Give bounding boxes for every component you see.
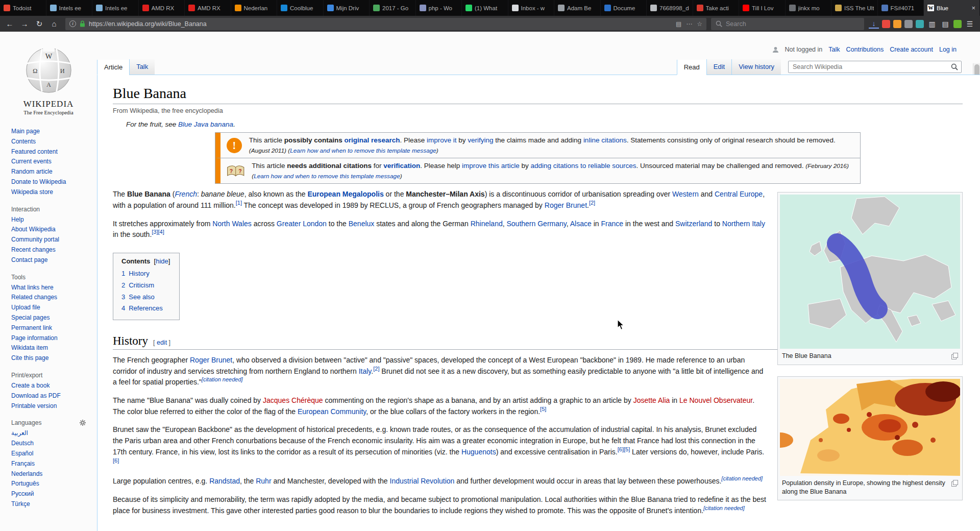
addon-icon[interactable] [916, 20, 924, 28]
wiki-link[interactable]: North Wales [212, 220, 252, 228]
menu-icon[interactable]: ☰ [965, 20, 975, 28]
wiki-link[interactable]: Western [672, 190, 699, 198]
wiki-link[interactable]: Blue Java banana [178, 120, 233, 128]
wiki-link[interactable]: Ruhr [256, 477, 271, 485]
wiki-link[interactable]: original research [345, 136, 400, 144]
sidebar-link[interactable]: Random article [11, 168, 53, 175]
browser-tab[interactable]: Coolblue [277, 0, 324, 16]
browser-tab[interactable]: Inbox - w [508, 0, 555, 16]
browser-tab-active[interactable]: W Blue × [924, 0, 980, 16]
wiki-link[interactable]: inline citations [583, 136, 627, 144]
wiki-link[interactable]: Switzerland [675, 220, 712, 228]
personal-link-log-in[interactable]: Log in [939, 46, 957, 53]
sidebar-link[interactable]: Current events [11, 158, 52, 165]
sidebar-link[interactable]: Cite this page [11, 354, 48, 361]
sidebar-link[interactable]: Contact page [11, 256, 47, 263]
tab-talk[interactable]: Talk [129, 59, 155, 75]
edit-section-link[interactable]: edit [157, 339, 167, 346]
expand-icon[interactable] [951, 480, 958, 490]
population-density-map-thumb[interactable]: Population density in Europe, showing th… [777, 376, 963, 500]
wiki-link[interactable]: Learn how and when to remove this templa… [290, 147, 436, 154]
wiki-link[interactable]: Italy [359, 367, 372, 375]
wiki-link[interactable]: Northern Italy [722, 220, 765, 228]
reference-link[interactable]: [6] [618, 446, 624, 452]
sidebar-link[interactable]: Contents [11, 138, 36, 145]
sidebar-link[interactable]: Community portal [11, 236, 59, 243]
sidebar-link[interactable]: Featured content [11, 148, 58, 155]
sidebar-link[interactable]: Donate to Wikipedia [11, 178, 66, 185]
browser-tab[interactable]: Take acti [693, 0, 740, 16]
tab-edit[interactable]: Edit [706, 59, 731, 75]
browser-tab[interactable]: Adam Be [554, 0, 601, 16]
wiki-link[interactable]: Benelux [349, 220, 375, 228]
reference-link[interactable]: [4] [158, 229, 164, 235]
sidebar-link[interactable]: About Wikipedia [11, 226, 56, 233]
url-text[interactable]: https://en.wikipedia.org/wiki/Blue_Banan… [89, 20, 672, 28]
bookmark-star-icon[interactable]: ☆ [697, 20, 702, 28]
wiki-link[interactable]: verifying [468, 136, 493, 144]
sidebar-link[interactable]: Wikidata item [11, 344, 48, 351]
sidebar-link[interactable]: Permanent link [11, 324, 52, 331]
language-link[interactable]: Deutsch [11, 440, 34, 447]
language-link[interactable]: Nederlands [11, 470, 42, 477]
reference-link[interactable]: [5] [540, 406, 546, 412]
tab-article[interactable]: Article [97, 60, 129, 75]
toc-hide-link[interactable]: hide [156, 257, 168, 265]
browser-tab[interactable]: 7668998_dd0 [647, 0, 693, 16]
reference-link[interactable]: [2] [589, 200, 595, 206]
toc-link[interactable]: 3See also [121, 293, 155, 301]
language-link[interactable]: Español [11, 450, 33, 457]
sidebar-link[interactable]: Recent changes [11, 246, 56, 253]
sidebar-link[interactable]: Upload file [11, 304, 40, 311]
wiki-link[interactable]: Greater London [277, 220, 327, 228]
browser-tab[interactable]: Nederlan [231, 0, 278, 16]
forward-icon[interactable]: → [18, 18, 31, 30]
wiki-link[interactable]: Huguenots [461, 448, 496, 456]
reference-link[interactable]: [citation needed] [202, 377, 243, 383]
wiki-link[interactable]: Southern Germany [507, 220, 567, 228]
wiki-link[interactable]: Le Nouvel Observateur [679, 396, 752, 404]
wiki-search-input[interactable] [792, 63, 951, 71]
toc-link[interactable]: 1History [121, 270, 150, 277]
tab-read[interactable]: Read [677, 60, 706, 75]
sidebar-link[interactable]: Related changes [11, 294, 57, 301]
wiki-link[interactable]: Alsace [570, 220, 592, 228]
toc-link[interactable]: 2Criticism [121, 281, 154, 289]
personal-link-contributions[interactable]: Contributions [846, 46, 884, 53]
downloads-icon[interactable]: ↓ [869, 19, 879, 29]
wiki-link[interactable]: improve this article [462, 162, 520, 170]
wiki-link[interactable]: Roger Brunet [190, 356, 232, 364]
wiki-link[interactable]: Josette Alia [633, 396, 670, 404]
browser-tab[interactable]: AMD RX [185, 0, 231, 16]
browser-tab[interactable]: Intels ee [92, 0, 139, 16]
wiki-link[interactable]: Jacques Chérèque [263, 396, 323, 404]
language-link[interactable]: Türkçe [11, 500, 30, 508]
wiki-link[interactable]: European Community [298, 407, 366, 416]
addon-icon[interactable] [953, 20, 962, 28]
sidebar-link[interactable]: Main page [11, 128, 40, 135]
refresh-icon[interactable]: ↻ [33, 18, 46, 30]
wiki-link[interactable]: Randstad [209, 477, 240, 485]
personal-link-talk[interactable]: Talk [828, 46, 840, 53]
wiki-link[interactable]: Learn how and when to remove this templa… [254, 173, 400, 180]
browser-tab[interactable]: (1) What [462, 0, 508, 16]
toc-link[interactable]: 4References [121, 304, 163, 312]
browser-tab[interactable]: FS#4071 [878, 0, 924, 16]
page-actions-icon[interactable]: ⋯ [686, 20, 692, 28]
tab-close-icon[interactable]: × [971, 4, 976, 12]
wiki-link[interactable]: Roger Brunet [545, 201, 587, 209]
sidebar-link[interactable]: Printable version [11, 402, 57, 409]
reference-link[interactable]: [6] [113, 457, 119, 464]
wiki-link[interactable]: improve it [427, 136, 457, 144]
wiki-search-box[interactable] [788, 61, 962, 73]
blue-banana-map-thumb[interactable]: The Blue Banana [777, 192, 963, 365]
wiki-link[interactable]: adding citations to reliable sources [530, 162, 636, 170]
gear-icon[interactable] [80, 420, 86, 426]
addon-icon[interactable] [882, 20, 890, 28]
expand-icon[interactable] [951, 353, 958, 363]
sidebar-link[interactable]: Create a book [11, 382, 50, 389]
wikipedia-logo[interactable]: W Ω И A WIKIPEDIA The Free Encyclopedia [11, 46, 86, 115]
reference-link[interactable]: [3] [152, 229, 158, 235]
browser-tab[interactable]: php - Wo [416, 0, 462, 16]
sidebar-toggle-icon[interactable]: ▥ [927, 20, 937, 28]
